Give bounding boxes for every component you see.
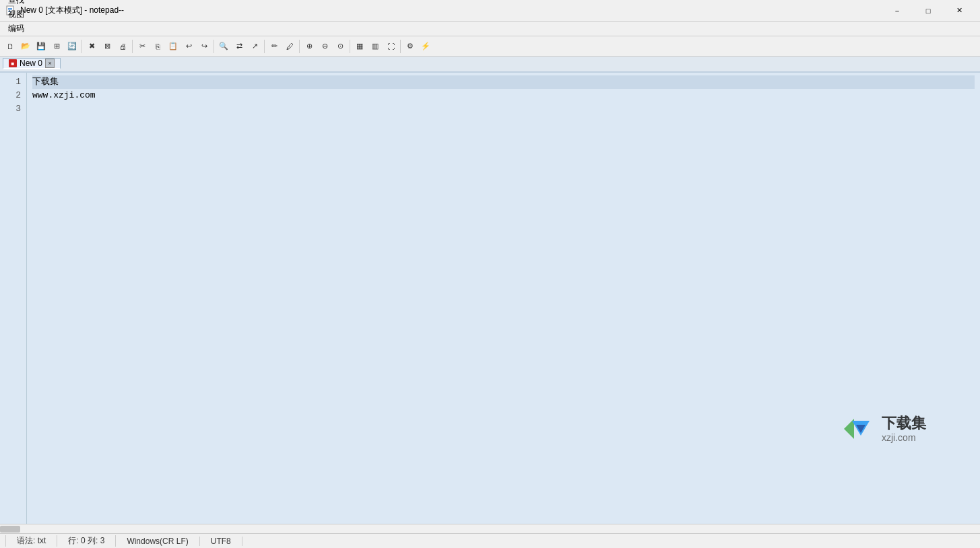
- scrollbar-thumb[interactable]: [0, 526, 20, 533]
- editor-line-3: ​: [32, 102, 975, 116]
- redo-icon[interactable]: ↪: [197, 39, 211, 54]
- macro1-icon[interactable]: ⚙: [403, 39, 418, 54]
- sep4-separator: [264, 40, 265, 53]
- fullscreen-icon[interactable]: ⛶: [383, 39, 398, 54]
- new-file-icon[interactable]: 🗋: [3, 39, 18, 54]
- menu-item-encode[interactable]: 编码: [3, 22, 46, 36]
- line-number-1: 1: [0, 75, 21, 89]
- horizontal-scrollbar[interactable]: [0, 524, 980, 533]
- sep2-separator: [132, 40, 133, 53]
- zoom-out-icon[interactable]: ⊖: [317, 39, 332, 54]
- status-language: 语法: txt: [5, 535, 57, 547]
- paste-icon[interactable]: 📋: [166, 39, 181, 54]
- tab-bar: ■New 0×: [0, 57, 980, 73]
- highlight-icon[interactable]: 🖊: [282, 39, 297, 54]
- editor-content[interactable]: 下载集www.xzji.com​: [27, 73, 980, 524]
- tab-close-button[interactable]: ×: [45, 59, 55, 68]
- line-numbers: 123: [0, 73, 27, 524]
- close-button[interactable]: ✕: [944, 0, 975, 22]
- toolbar-buttons: 🗋📂💾⊞🔄✖⊠🖨✂⎘📋↩↪🔍⇄↗✏🖊⊕⊖⊙▦▥⛶⚙⚡: [3, 39, 433, 54]
- tabs: ■New 0×: [3, 57, 62, 71]
- window-controls: − □ ✕: [882, 0, 975, 22]
- zoom-in-icon[interactable]: ⊕: [302, 39, 317, 54]
- pencil-icon[interactable]: ✏: [267, 39, 282, 54]
- window-title: New 0 [文本模式] - notepad--: [20, 5, 882, 16]
- zoom-pct-icon[interactable]: ⊙: [333, 39, 348, 54]
- minimize-button[interactable]: −: [882, 0, 913, 22]
- sep7-separator: [400, 40, 401, 53]
- open-icon[interactable]: 📂: [18, 39, 33, 54]
- macro2-icon[interactable]: ⚡: [418, 39, 433, 54]
- status-encoding: UTF8: [200, 537, 242, 546]
- copy-icon[interactable]: ⎘: [150, 39, 165, 54]
- status-position: 行: 0 列: 3: [57, 535, 116, 547]
- editor-area: 123 下载集www.xzji.com​ 下载集 xzji.com: [0, 73, 980, 524]
- sep5-separator: [299, 40, 300, 53]
- sep1-separator: [81, 40, 82, 53]
- toolbar: 🗋📂💾⊞🔄✖⊠🖨✂⎘📋↩↪🔍⇄↗✏🖊⊕⊖⊙▦▥⛶⚙⚡: [0, 36, 980, 57]
- save-icon[interactable]: 💾: [34, 39, 48, 54]
- replace-icon[interactable]: ⇄: [232, 39, 247, 54]
- table-icon[interactable]: ▦: [352, 39, 367, 54]
- menu-bar: 文件编辑查找视图编码设置对比最近对比反馈问题: [0, 22, 980, 36]
- undo-icon[interactable]: ↩: [181, 39, 196, 54]
- menu-item-search[interactable]: 查找: [3, 0, 46, 7]
- reload-icon[interactable]: 🔄: [65, 39, 79, 54]
- editor-line-1: 下载集: [32, 75, 975, 89]
- tab-label: New 0: [20, 59, 42, 68]
- line-number-2: 2: [0, 89, 21, 102]
- sep3-separator: [214, 40, 214, 53]
- goto-icon[interactable]: ↗: [247, 39, 262, 54]
- find-icon[interactable]: 🔍: [216, 39, 231, 54]
- status-line-ending: Windows(CR LF): [116, 537, 199, 546]
- menu-item-view[interactable]: 视图: [3, 7, 46, 22]
- maximize-button[interactable]: □: [913, 0, 944, 22]
- close-all-icon[interactable]: ⊠: [100, 39, 115, 54]
- cut-icon[interactable]: ✂: [135, 39, 150, 54]
- status-bar: 语法: txt 行: 0 列: 3 Windows(CR LF) UTF8: [0, 533, 980, 548]
- save-all-icon[interactable]: ⊞: [49, 39, 64, 54]
- editor-line-2: www.xzji.com: [32, 89, 975, 102]
- sep6-separator: [350, 40, 350, 53]
- close-icon[interactable]: ✖: [84, 39, 99, 54]
- tab-file-icon: ■: [9, 59, 17, 67]
- tab-new0[interactable]: ■New 0×: [3, 58, 61, 69]
- table2-icon[interactable]: ▥: [368, 39, 383, 54]
- print-icon[interactable]: 🖨: [115, 39, 130, 54]
- line-number-3: 3: [0, 102, 21, 116]
- title-bar: New 0 [文本模式] - notepad-- − □ ✕: [0, 0, 980, 22]
